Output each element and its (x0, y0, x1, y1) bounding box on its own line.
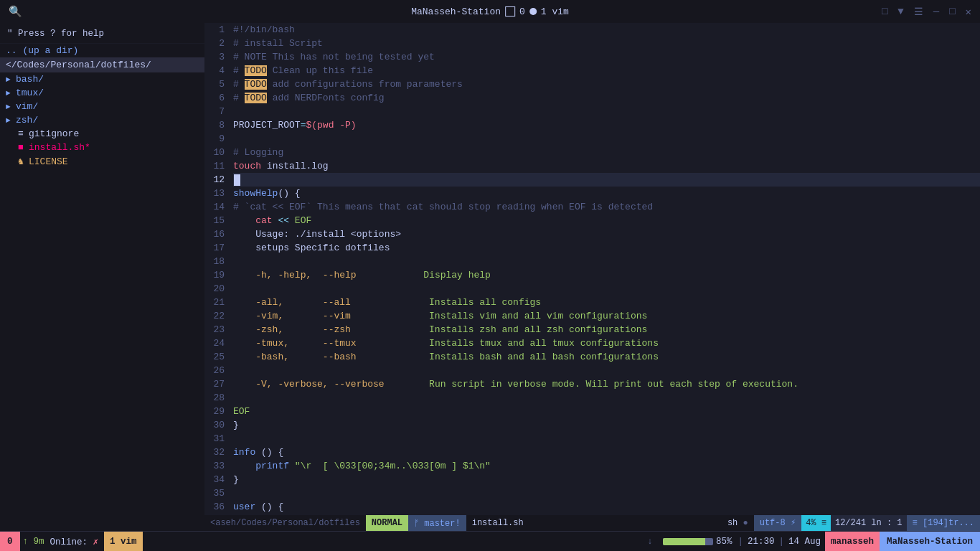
code-line-27: -V, -verbose, --verbose Run script in ve… (233, 377, 980, 391)
status-encoding: utf-8 ⚡ (754, 515, 801, 531)
titlebar-center: MaNasseh-Station 0 1 vim (411, 6, 569, 17)
code-line-33: printf "\r [ \033[00;34m..\033[0m ] $1\n… (233, 459, 980, 473)
code-line-2: # install Script (233, 37, 980, 50)
install-sh-label: install.sh* (29, 142, 90, 153)
sidebar-item-bash[interactable]: ► bash/ (0, 72, 204, 86)
window-box-icon (505, 6, 515, 17)
search-icon[interactable]: 🔍 (9, 5, 22, 19)
menu-icon[interactable]: ☰ (914, 6, 923, 18)
code-line-34: } (233, 473, 980, 486)
sidebar-item-license[interactable]: ♞ LICENSE (0, 154, 204, 169)
branch-icon: ᚠ (414, 518, 419, 528)
tab0-number: 0 (7, 537, 13, 547)
code-line-21: -all, --all Installs all configs (233, 296, 980, 309)
statusbar: <aseh/Codes/Personal/dotfiles NORMAL ᚠ m… (204, 515, 980, 531)
code-line-31 (233, 432, 980, 446)
sidebar-item-gitignore[interactable]: ≡ gitignore (0, 127, 204, 141)
titlebar-right: □ ▼ ☰ — □ ✕ (882, 6, 971, 18)
bottombar: 0 ↑ 9m Online: ✗ 1 vim ↓ 85% | 21:30 | 1… (0, 531, 980, 551)
sidebar-hint: " Press ? for help (0, 23, 204, 44)
window-count: 0 (519, 6, 525, 17)
code-line-15: cat << EOF (233, 214, 980, 227)
bottom-arrow-icon: ↓ (643, 537, 657, 547)
maximize-button[interactable]: □ (949, 6, 955, 17)
code-content: #!/bin/bash # install Script # NOTE This… (230, 23, 980, 515)
status-right: sh ● utf-8 ⚡ 4% ≡ 12/241 ln : 1 ≡ [194]t… (722, 515, 980, 531)
arrow-icon: ► (6, 75, 13, 84)
sidebar-item-vim[interactable]: ► vim/ (0, 100, 204, 113)
license-label: LICENSE (29, 156, 68, 167)
code-line-18 (233, 255, 980, 268)
vim-dir-label: vim/ (16, 101, 38, 112)
code-line-20 (233, 282, 980, 296)
status-mode: NORMAL (366, 515, 408, 531)
sidebar-item-tmux[interactable]: ► tmux/ (0, 86, 204, 100)
sidebar: " Press ? for help .. (up a dir) </Codes… (0, 23, 204, 531)
code-line-12 (233, 173, 980, 187)
status-filetype: sh ● (722, 518, 754, 528)
code-line-36: user () { (233, 500, 980, 514)
zsh-dir-label: zsh/ (16, 115, 38, 126)
file-icon: ≡ (16, 128, 26, 139)
status-path: <aseh/Codes/Personal/dotfiles (204, 518, 366, 528)
tab0-status: Online: ✗ (47, 536, 102, 547)
code-line-22: -vim, --vim Installs vim and all vim con… (233, 309, 980, 323)
code-line-3: # NOTE This has not being tested yet (233, 50, 980, 64)
code-line-8: PROJECT_ROOT=$(pwd -P) (233, 118, 980, 132)
bottom-time: 21:30 (743, 537, 779, 547)
code-line-13: showHelp() { (233, 187, 980, 200)
sidebar-item-parent-dir[interactable]: .. (up a dir) (0, 44, 204, 57)
branch-name: master! (424, 519, 460, 529)
arrow-icon: ► (6, 89, 13, 98)
titlebar: 🔍 MaNasseh-Station 0 1 vim □ ▼ ☰ — □ ✕ (0, 0, 980, 23)
code-line-23: -zsh, --zsh Installs zsh and all zsh con… (233, 323, 980, 336)
bash-dir-label: bash/ (16, 74, 44, 85)
code-line-1: #!/bin/bash (233, 23, 980, 37)
code-line-30: } (233, 418, 980, 432)
sidebar-item-zsh[interactable]: ► zsh/ (0, 113, 204, 127)
progress-text: 85% (716, 537, 732, 547)
add-window-icon[interactable]: □ (882, 6, 887, 17)
code-line-35 (233, 486, 980, 500)
status-branch: ᚠ master! (408, 515, 466, 531)
close-button[interactable]: ✕ (966, 6, 971, 18)
code-line-17: setups Specific dotfiles (233, 241, 980, 255)
progress-wrap: 85% (657, 537, 738, 547)
current-dir: </Codes/Personal/dotfiles/ (0, 57, 204, 72)
titlebar-left: 🔍 (9, 5, 22, 19)
code-line-10: # Logging (233, 146, 980, 159)
sidebar-item-install-sh[interactable]: ■ install.sh* (0, 141, 204, 154)
code-line-29: EOF (233, 405, 980, 418)
status-percent: 4% ≡ (801, 515, 831, 531)
tab0-arrow: ↑ 9m (20, 537, 47, 547)
vim-title: 1 vim (541, 6, 569, 17)
code-line-7 (233, 105, 980, 118)
code-line-11: touch install.log (233, 159, 980, 173)
code-line-4: # TODO Clean up this file (233, 64, 980, 77)
progress-fill (663, 538, 706, 545)
code-line-19: -h, -help, --help Display help (233, 268, 980, 282)
code-area[interactable]: 1234 5678 9101112 13141516 17181920 2122… (204, 23, 980, 515)
sep2: | (778, 537, 784, 547)
code-line-24: -tmux, --tmux Installs tmux and all tmux… (233, 336, 980, 350)
progress-bar (663, 538, 713, 545)
title-text: MaNasseh-Station (411, 6, 501, 17)
arrow-icon: ► (6, 116, 13, 125)
sep1: | (738, 537, 743, 547)
status-position: 12/241 ln : 1 (831, 515, 907, 531)
chevron-down-icon[interactable]: ▼ (897, 6, 903, 17)
main-area: " Press ? for help .. (up a dir) </Codes… (0, 23, 980, 531)
status-extra: ≡ [194]tr... (907, 515, 980, 531)
code-line-14: # `cat << EOF` This means that cat shoul… (233, 200, 980, 214)
editor: 1234 5678 9101112 13141516 17181920 2122… (204, 23, 980, 531)
arrow-icon: ► (6, 103, 13, 111)
minimize-button[interactable]: — (933, 6, 939, 17)
tmux-tab-0[interactable]: 0 (0, 532, 20, 552)
tmux-tab-1-vim[interactable]: 1 vim (104, 532, 143, 552)
code-line-6: # TODO add NERDFonts config (233, 91, 980, 105)
bottom-username: manasseh (825, 532, 880, 552)
bottom-hostname: MaNasseh-Station (880, 532, 980, 552)
dot-icon (529, 8, 537, 15)
gitignore-label: gitignore (29, 128, 79, 139)
code-line-25: -bash, --bash Installs bash and all bash… (233, 350, 980, 364)
